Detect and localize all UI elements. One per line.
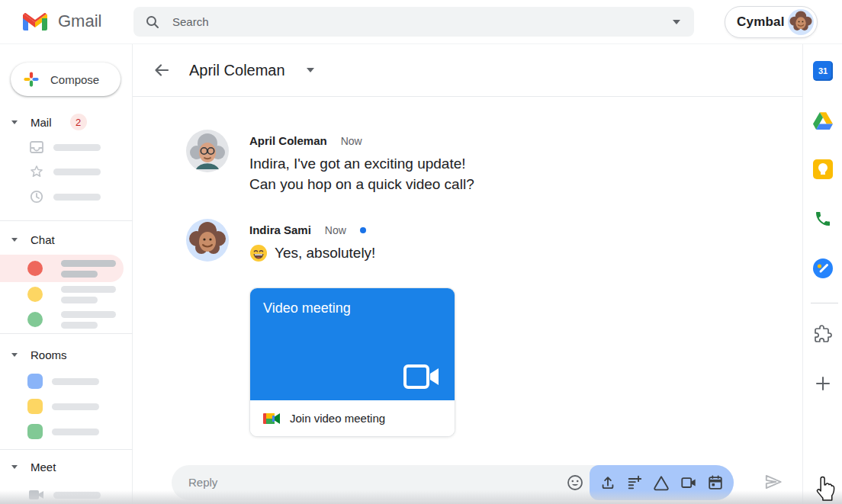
get-addons-button[interactable]: [813, 374, 833, 393]
rooms-label: Rooms: [31, 348, 67, 361]
chat-avatar-green: [27, 312, 43, 327]
search-options-caret-icon[interactable]: [673, 20, 680, 24]
search-placeholder: Search: [172, 15, 209, 28]
plus-icon: [814, 374, 832, 393]
keep-icon: [813, 159, 833, 179]
search-input[interactable]: Search: [133, 7, 694, 37]
video-meeting-card[interactable]: Video meeting Join video meeting: [249, 287, 455, 437]
video-meeting-card-banner[interactable]: Video meeting: [250, 288, 455, 400]
placeholder-bar: [61, 260, 116, 267]
placeholder-bar: [61, 286, 116, 293]
account-avatar[interactable]: [788, 9, 814, 35]
chat-item[interactable]: [0, 286, 133, 303]
video-camera-icon: [403, 363, 441, 390]
sidebar-item-starred[interactable]: [0, 163, 133, 180]
join-video-meeting-label: Join video meeting: [290, 412, 385, 425]
conversation-header: April Coleman: [133, 44, 802, 97]
sidebar-divider: [0, 449, 133, 450]
sidebar-section-meet[interactable]: Meet: [0, 458, 133, 475]
calendar-invite-button[interactable]: [707, 474, 724, 491]
calendar-app-button[interactable]: 31: [813, 61, 833, 81]
message-indira: Indira Sami Now Yes, absolutely!: [186, 219, 375, 263]
chat-label: Chat: [31, 233, 55, 246]
placeholder-bar: [61, 271, 98, 278]
message-text: Yes, absolutely!: [275, 242, 375, 263]
message-text-line: Indira, I've got an exciting update!: [249, 153, 474, 174]
message-time: Now: [325, 224, 346, 236]
room-avatar-green: [27, 424, 43, 439]
conversation-title: April Coleman: [189, 62, 285, 79]
room-item[interactable]: [0, 398, 133, 415]
star-icon: [29, 164, 44, 179]
conversation-caret-icon[interactable]: [307, 68, 314, 72]
drive-app-button[interactable]: [813, 111, 833, 130]
addons-button[interactable]: [813, 324, 833, 344]
placeholder-bar: [61, 297, 98, 303]
placeholder-bar: [53, 169, 101, 175]
sidebar-item-snoozed[interactable]: [0, 188, 133, 205]
clock-icon: [29, 189, 44, 204]
message-text-line: Can you hop on a quick video call?: [249, 174, 474, 194]
chevron-down-icon[interactable]: [11, 465, 18, 469]
chat-avatar-red: [27, 261, 43, 276]
placeholder-bar: [52, 429, 99, 435]
phone-icon: [814, 210, 832, 228]
app-title: Gmail: [58, 11, 101, 31]
search-icon: [145, 14, 160, 30]
tasks-app-button[interactable]: [813, 258, 833, 278]
bottom-gradient: [0, 490, 842, 504]
avatar-april[interactable]: [186, 130, 229, 172]
placeholder-bar: [52, 403, 99, 410]
chat-item-selected[interactable]: [0, 260, 133, 277]
mail-unread-badge: 2: [70, 114, 87, 130]
join-video-meeting-button[interactable]: Join video meeting: [250, 400, 455, 436]
video-card-title: Video meeting: [263, 300, 351, 316]
emoji-button[interactable]: [566, 474, 584, 492]
chevron-down-icon[interactable]: [11, 353, 18, 357]
placeholder-bar: [61, 311, 116, 318]
back-arrow-icon[interactable]: [153, 61, 171, 79]
chat-avatar-yellow: [27, 287, 43, 302]
room-item[interactable]: [0, 423, 133, 440]
conversation-pane: April Coleman April Coleman Now Indira, …: [133, 44, 802, 504]
chevron-down-icon[interactable]: [11, 120, 18, 124]
message-april: April Coleman Now Indira, I've got an ex…: [186, 130, 474, 194]
inbox-icon: [29, 140, 44, 155]
mail-label: Mail: [31, 116, 52, 129]
room-item[interactable]: [0, 373, 133, 390]
placeholder-bar: [53, 194, 101, 201]
left-sidebar: Compose Mail 2 Chat: [0, 44, 133, 504]
calendar-icon: 31: [813, 61, 833, 81]
room-avatar-yellow: [27, 399, 43, 414]
compose-button[interactable]: Compose: [11, 63, 121, 96]
meet-label: Meet: [31, 461, 56, 474]
send-button[interactable]: [763, 472, 783, 492]
account-chip[interactable]: Cymbal: [725, 6, 818, 38]
chat-item[interactable]: [0, 311, 133, 328]
sidebar-section-mail[interactable]: Mail 2: [0, 114, 133, 130]
message-time: Now: [341, 135, 362, 147]
video-call-button[interactable]: [680, 474, 697, 491]
hand-cursor: [814, 475, 837, 502]
keep-app-button[interactable]: [813, 159, 833, 179]
voice-app-button[interactable]: [813, 209, 833, 229]
placeholder-bar: [53, 144, 101, 151]
chevron-down-icon[interactable]: [11, 238, 18, 242]
placeholder-bar: [52, 378, 99, 385]
workspace-side-panel: 31: [802, 44, 842, 504]
sidebar-item-inbox[interactable]: [0, 139, 133, 156]
gmail-logo-icon: [23, 12, 47, 30]
drive-icon: [813, 112, 833, 130]
top-bar: Gmail Search Cymbal: [0, 0, 842, 44]
side-panel-divider: [811, 303, 838, 303]
sidebar-section-rooms[interactable]: Rooms: [0, 346, 133, 363]
compose-plus-icon: [23, 71, 40, 88]
upload-button[interactable]: [599, 474, 616, 491]
sender-name: April Coleman: [249, 134, 327, 147]
create-note-button[interactable]: [626, 474, 643, 491]
google-meet-icon: [263, 412, 280, 425]
sidebar-section-chat[interactable]: Chat: [0, 231, 133, 248]
room-avatar-blue: [27, 374, 43, 389]
drive-attach-button[interactable]: [653, 474, 670, 491]
avatar-indira[interactable]: [186, 219, 229, 262]
